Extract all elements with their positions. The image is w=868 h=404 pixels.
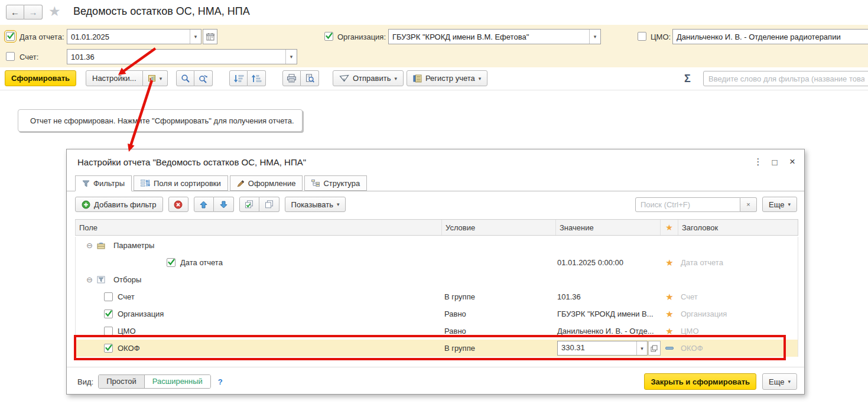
quick-filter-input[interactable] bbox=[703, 71, 868, 86]
view-advanced-button[interactable]: Расширенный bbox=[144, 375, 210, 388]
tab-fields-sorting[interactable]: Поля и сортировки bbox=[134, 175, 228, 191]
report-date-input[interactable] bbox=[67, 30, 190, 44]
dropdown-arrow-icon[interactable]: ▾ bbox=[636, 341, 647, 355]
tab-structure[interactable]: Структура bbox=[304, 175, 367, 191]
filter-row[interactable]: СчетВ группе101.36★Счет bbox=[76, 288, 798, 305]
toolbar-separator bbox=[0, 90, 868, 90]
report-variants-icon bbox=[148, 74, 156, 82]
add-plus-icon bbox=[82, 200, 90, 209]
row-checkbox[interactable] bbox=[104, 292, 113, 301]
column-header-title[interactable]: Заголовок bbox=[678, 220, 799, 235]
maximize-button[interactable]: □ bbox=[768, 155, 782, 168]
move-down-button[interactable] bbox=[214, 197, 234, 212]
forward-button[interactable]: → bbox=[24, 5, 43, 19]
value-text: ГБУЗРК "КРОКД имени В... bbox=[557, 309, 654, 318]
favorite-star-icon[interactable]: ★ bbox=[48, 4, 61, 19]
report-message: Отчет не сформирован. Нажмите "Сформиров… bbox=[18, 109, 303, 132]
view-mode-switch: Простой Расширенный bbox=[98, 374, 211, 389]
report-date-checkbox[interactable] bbox=[6, 32, 15, 41]
settings-button[interactable]: Настройки... bbox=[86, 70, 143, 86]
row-checkbox[interactable] bbox=[104, 327, 113, 335]
calendar-icon bbox=[206, 32, 214, 41]
sort-ascending-button[interactable] bbox=[248, 70, 266, 86]
row-title: ЦМО bbox=[678, 322, 799, 340]
dialog-more-button[interactable]: ⋮ bbox=[751, 155, 765, 168]
organization-checkbox[interactable] bbox=[324, 32, 333, 41]
view-simple-button[interactable]: Простой bbox=[99, 375, 144, 388]
report-variants-button[interactable]: ▾ bbox=[143, 70, 168, 86]
dropdown-arrow-icon[interactable]: ▾ bbox=[190, 30, 201, 44]
back-button[interactable]: ← bbox=[6, 5, 24, 19]
tab-filters[interactable]: Фильтры bbox=[75, 175, 132, 191]
filter-panel: Дата отчета: ▾ Организация: ▾ ЦМО: Счет:… bbox=[0, 25, 868, 67]
account-checkbox[interactable] bbox=[6, 52, 15, 61]
calendar-button[interactable] bbox=[203, 29, 217, 44]
register-label: Регистр учета bbox=[425, 74, 475, 83]
cmo-input[interactable] bbox=[673, 30, 868, 44]
move-up-button[interactable] bbox=[194, 197, 214, 212]
row-checkbox[interactable] bbox=[104, 309, 113, 318]
account-input[interactable] bbox=[67, 50, 285, 64]
open-icon[interactable] bbox=[648, 341, 661, 356]
dropdown-arrow-icon: ▾ bbox=[337, 201, 340, 207]
generate-button[interactable]: Сформировать bbox=[5, 70, 76, 86]
delete-filter-button[interactable] bbox=[168, 197, 188, 212]
send-button[interactable]: Отправить ▾ bbox=[333, 70, 404, 86]
register-icon bbox=[413, 74, 422, 83]
filter-row[interactable]: Дата отчета01.01.2025 0:00:00★Дата отчет… bbox=[76, 254, 798, 271]
register-button[interactable]: Регистр учета ▾ bbox=[407, 70, 487, 86]
star-marker[interactable]: ★ bbox=[665, 258, 673, 268]
cmo-checkbox[interactable] bbox=[638, 32, 646, 41]
row-title: Организация bbox=[678, 305, 799, 322]
star-marker[interactable]: ★ bbox=[665, 326, 673, 337]
report-toolbar: Сформировать Настройки... ▾ bbox=[0, 67, 868, 90]
column-header-field[interactable]: Поле bbox=[76, 220, 442, 235]
tab-appearance[interactable]: Оформление bbox=[230, 175, 303, 191]
dialog-toolbar-more-button[interactable]: Еще ▾ bbox=[762, 197, 797, 212]
filter-row[interactable]: ЦМОРавноДанильченко И. В. - Отде...★ЦМО bbox=[76, 322, 798, 340]
close-button[interactable]: × bbox=[785, 155, 799, 168]
dropdown-arrow-icon[interactable]: ▾ bbox=[285, 50, 297, 64]
search-button[interactable] bbox=[176, 70, 194, 86]
uncheck-all-icon bbox=[265, 200, 274, 208]
dropdown-arrow-icon[interactable]: ▾ bbox=[589, 30, 600, 44]
cancel-search-button[interactable] bbox=[194, 70, 213, 86]
dropdown-arrow-icon: ▾ bbox=[479, 76, 482, 82]
uncheck-all-button[interactable] bbox=[259, 197, 279, 212]
column-header-value[interactable]: Значение bbox=[556, 220, 661, 235]
help-button[interactable]: ? bbox=[218, 377, 223, 386]
row-field-label: Организация bbox=[118, 309, 164, 318]
star-marker[interactable]: ★ bbox=[665, 309, 673, 320]
column-header-star-icon[interactable]: ★ bbox=[661, 220, 678, 235]
check-button-group bbox=[239, 197, 279, 212]
clear-search-icon[interactable]: × bbox=[740, 197, 757, 212]
dialog-footer-more-button[interactable]: Еще ▾ bbox=[762, 373, 797, 390]
add-filter-button[interactable]: Добавить фильтр bbox=[75, 197, 163, 212]
filter-group-row[interactable]: ⊖Отборы bbox=[76, 271, 798, 288]
collapse-icon[interactable]: ⊖ bbox=[86, 241, 96, 250]
row-title: Дата отчета bbox=[678, 254, 799, 271]
filter-row[interactable]: ОрганизацияРавноГБУЗРК "КРОКД имени В...… bbox=[76, 305, 798, 322]
row-checkbox[interactable] bbox=[167, 258, 175, 267]
organization-input[interactable] bbox=[389, 30, 589, 44]
sort-descending-button[interactable] bbox=[229, 70, 248, 86]
minus-marker[interactable] bbox=[665, 347, 674, 350]
show-mode-button[interactable]: Показывать ▾ bbox=[285, 197, 346, 212]
dialog-search-input[interactable] bbox=[635, 197, 740, 212]
dropdown-arrow-icon: ▾ bbox=[788, 379, 791, 385]
row-checkbox[interactable] bbox=[104, 344, 113, 353]
collapse-icon[interactable]: ⊖ bbox=[86, 275, 96, 284]
column-header-condition[interactable]: Условие bbox=[442, 220, 556, 235]
arrow-up-icon bbox=[200, 201, 207, 208]
check-all-button[interactable] bbox=[239, 197, 259, 212]
settings-button-group: Настройки... ▾ bbox=[86, 70, 168, 86]
print-preview-button[interactable] bbox=[301, 70, 319, 86]
group-label: Отборы bbox=[113, 275, 141, 284]
close-and-generate-button[interactable]: Закрыть и сформировать bbox=[644, 373, 756, 390]
filter-row[interactable]: ОКОФВ группе330.31▾ОКОФ bbox=[76, 340, 798, 357]
print-button[interactable] bbox=[282, 70, 301, 86]
star-marker[interactable]: ★ bbox=[665, 292, 673, 302]
value-text: Данильченко И. В. - Отде... bbox=[557, 327, 654, 335]
value-input[interactable]: 330.31▾ bbox=[557, 341, 648, 356]
filter-group-row[interactable]: ⊖Параметры bbox=[76, 237, 798, 254]
